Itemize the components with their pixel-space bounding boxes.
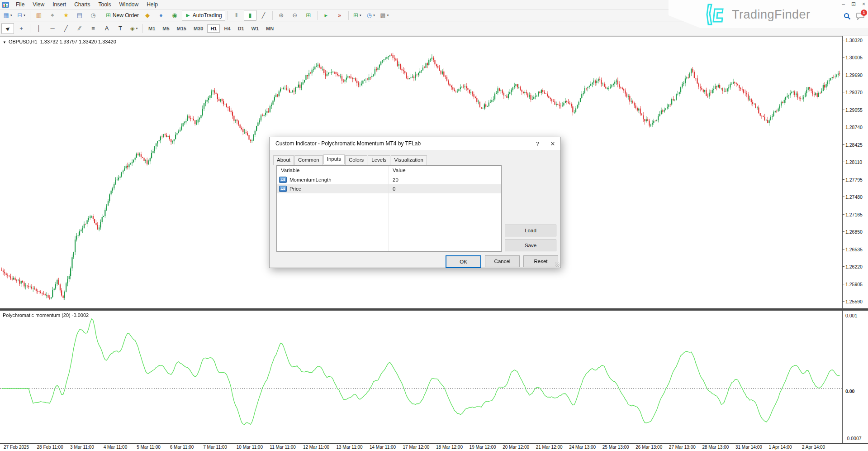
dropdown-caret-icon[interactable]: ▾ bbox=[10, 14, 12, 17]
menu-tools[interactable]: Tools bbox=[95, 0, 115, 9]
tab-common[interactable]: Common bbox=[294, 155, 323, 165]
terminal-button[interactable]: ▤ bbox=[73, 10, 86, 21]
zoom-out-button[interactable]: ⊖ bbox=[289, 10, 301, 21]
close-button[interactable]: × bbox=[862, 1, 865, 7]
ok-button[interactable]: OK bbox=[446, 255, 481, 268]
bar-chart-mode-icon: ‖ bbox=[235, 12, 237, 18]
menu-file[interactable]: File bbox=[12, 0, 28, 9]
new-chart-button[interactable]: ▦▾ bbox=[1, 10, 14, 21]
new-order-icon: ⊞ bbox=[106, 12, 111, 18]
search-icon[interactable] bbox=[844, 13, 851, 22]
arrows-button[interactable]: ◈▾ bbox=[128, 23, 140, 34]
market-watch-button[interactable]: ▥ bbox=[33, 10, 45, 21]
fibonacci-retracement-button[interactable]: ≡ bbox=[87, 23, 100, 34]
toolbar-separator bbox=[30, 11, 30, 20]
time-tick: 5 Mar 11:00 bbox=[137, 445, 161, 450]
timeframe-mn[interactable]: MN bbox=[263, 24, 277, 33]
autotrading-button[interactable]: ►AutoTrading bbox=[182, 10, 225, 21]
brand-band: TradingFinder – ⊡ × 1 bbox=[669, 0, 868, 28]
price-tick: 1.26535 bbox=[845, 247, 863, 252]
text-label-button[interactable]: T bbox=[114, 23, 127, 34]
inputs-table[interactable]: Variable Value 123MomentumLength20123Pri… bbox=[276, 165, 502, 252]
timeframe-w1[interactable]: W1 bbox=[248, 24, 262, 33]
dialog-close-button[interactable]: ✕ bbox=[545, 138, 560, 149]
menu-charts[interactable]: Charts bbox=[70, 0, 94, 9]
line-chart-mode-button[interactable]: ╱ bbox=[257, 10, 270, 21]
text-button[interactable]: A bbox=[100, 23, 113, 34]
trendline-button[interactable]: ╱ bbox=[60, 23, 72, 34]
dropdown-caret-icon[interactable]: ▾ bbox=[136, 27, 138, 30]
community-button[interactable]: ● bbox=[155, 10, 167, 21]
timeframe-m15[interactable]: M15 bbox=[174, 24, 190, 33]
tab-levels[interactable]: Levels bbox=[368, 155, 390, 165]
autotrading-label: AutoTrading bbox=[193, 12, 222, 19]
dropdown-caret-icon[interactable]: ▾ bbox=[387, 14, 389, 17]
menu-window[interactable]: Window bbox=[115, 0, 143, 9]
new-order-label: New Order bbox=[113, 12, 139, 19]
equidistant-channel-button[interactable]: ∕∕ bbox=[73, 23, 86, 34]
tab-visualization[interactable]: Visualization bbox=[391, 155, 427, 165]
menu-insert[interactable]: Insert bbox=[48, 0, 70, 9]
time-axis[interactable]: 27 Feb 202528 Feb 11:003 Mar 11:004 Mar … bbox=[0, 444, 868, 451]
chart-shift-button[interactable]: » bbox=[333, 10, 346, 21]
candlestick-mode-button[interactable]: ▮ bbox=[244, 10, 256, 21]
pane-divider[interactable] bbox=[0, 308, 868, 311]
reset-button[interactable]: Reset bbox=[523, 255, 558, 267]
periods-button[interactable]: ◷▾ bbox=[365, 10, 377, 21]
resize-grip[interactable] bbox=[555, 262, 560, 267]
auto-scroll-button[interactable]: ▸ bbox=[320, 10, 332, 21]
timeframe-h1[interactable]: H1 bbox=[207, 24, 220, 33]
mql5-website-button[interactable]: ◉ bbox=[168, 10, 181, 21]
timeframe-d1[interactable]: D1 bbox=[235, 24, 247, 33]
menu-help[interactable]: Help bbox=[142, 0, 162, 9]
restore-button[interactable]: ⊡ bbox=[851, 1, 856, 7]
input-row-price[interactable]: 123Price0 bbox=[277, 184, 501, 193]
dropdown-caret-icon[interactable]: ▾ bbox=[373, 14, 375, 17]
time-tick: 28 Mar 13:00 bbox=[702, 445, 729, 450]
dropdown-caret-icon[interactable]: ▾ bbox=[24, 14, 25, 17]
navigator-button[interactable]: ★ bbox=[60, 10, 72, 21]
community-icon: ● bbox=[159, 12, 163, 18]
indicators-list-button[interactable]: ⊞▾ bbox=[351, 10, 364, 21]
tick-mark bbox=[843, 162, 844, 162]
tab-colors[interactable]: Colors bbox=[345, 155, 367, 165]
vertical-line-button[interactable]: │ bbox=[33, 23, 45, 34]
symbol-dropdown-icon[interactable]: ▼ bbox=[3, 40, 6, 44]
momentum-canvas[interactable] bbox=[0, 311, 842, 443]
strategy-tester-button[interactable]: ◷ bbox=[87, 10, 100, 21]
time-tick: 25 Mar 13:00 bbox=[602, 445, 629, 450]
variable-value[interactable]: 0 bbox=[389, 184, 395, 193]
indicator-pane[interactable] bbox=[0, 311, 842, 443]
bar-chart-mode-button[interactable]: ‖ bbox=[230, 10, 243, 21]
minimize-button[interactable]: – bbox=[842, 1, 845, 7]
variable-value[interactable]: 20 bbox=[389, 175, 398, 184]
cancel-button[interactable]: Cancel bbox=[485, 255, 520, 267]
dialog-help-button[interactable]: ? bbox=[530, 138, 545, 149]
menu-view[interactable]: View bbox=[28, 0, 48, 9]
tab-about[interactable]: About bbox=[273, 155, 294, 165]
timeframe-h4[interactable]: H4 bbox=[221, 24, 233, 33]
metaeditor-button[interactable]: ◆ bbox=[141, 10, 154, 21]
load-button[interactable]: Load bbox=[505, 225, 556, 236]
horizontal-line-button[interactable]: ─ bbox=[46, 23, 59, 34]
price-axis[interactable]: 1.303201.300051.296901.293701.290551.287… bbox=[842, 36, 868, 451]
profiles-button[interactable]: ⊟▾ bbox=[15, 10, 28, 21]
vertical-line-icon: │ bbox=[37, 25, 41, 31]
dropdown-caret-icon[interactable]: ▾ bbox=[360, 14, 361, 17]
chat-icon[interactable]: 1 bbox=[856, 13, 864, 22]
timeframe-m5[interactable]: M5 bbox=[159, 24, 172, 33]
dialog-titlebar[interactable]: Custom Indicator - Polychromatic Momentu… bbox=[270, 137, 560, 150]
timeframe-m30[interactable]: M30 bbox=[190, 24, 206, 33]
data-window-button[interactable]: ⌖ bbox=[46, 10, 59, 21]
price-tick: 1.27480 bbox=[845, 194, 863, 200]
tile-windows-button[interactable]: ⊞ bbox=[302, 10, 315, 21]
timeframe-m1[interactable]: M1 bbox=[145, 24, 158, 33]
save-button[interactable]: Save bbox=[505, 240, 556, 251]
crosshair-button[interactable]: + bbox=[15, 23, 28, 34]
tab-inputs[interactable]: Inputs bbox=[323, 154, 345, 164]
templates-button[interactable]: ▩▾ bbox=[378, 10, 391, 21]
input-row-momentumlength[interactable]: 123MomentumLength20 bbox=[277, 175, 501, 184]
new-order-button[interactable]: ⊞New Order bbox=[104, 10, 140, 21]
zoom-in-button[interactable]: ⊕ bbox=[275, 10, 288, 21]
cursor-button[interactable]: ► bbox=[1, 23, 14, 34]
